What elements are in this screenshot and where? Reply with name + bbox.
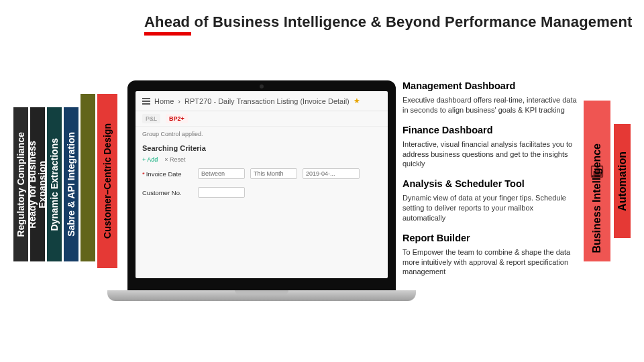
required-mark: * bbox=[142, 170, 145, 178]
criteria-heading: Searching Criteria bbox=[136, 141, 388, 155]
range-mode-select[interactable]: This Month bbox=[250, 168, 297, 179]
field-label: Customer No. bbox=[142, 189, 193, 196]
tab-pl[interactable]: P&L bbox=[142, 114, 160, 123]
laptop-mock: Home › RPT270 - Daily Transaction Listin… bbox=[127, 80, 396, 292]
para-an: Dynamic view of data at your finger tips… bbox=[402, 193, 577, 223]
heading-mgmt: Management Dashboard bbox=[402, 80, 577, 91]
add-criteria-link[interactable]: + Add bbox=[142, 156, 158, 163]
date-input[interactable]: 2019-04-... bbox=[303, 168, 360, 179]
heading-an: Analysis & Scheduler Tool bbox=[402, 178, 577, 189]
para-rb: To Empower the team to combine & shape t… bbox=[402, 247, 577, 278]
features-column: Management Dashboard Executive dashboard… bbox=[402, 80, 577, 277]
laptop-base bbox=[107, 290, 416, 301]
operator-select[interactable]: Between bbox=[198, 168, 245, 179]
vtab-dynamic: Dynamic Extractions bbox=[47, 107, 62, 261]
vtab-label: Regulatory Compliance bbox=[15, 132, 26, 237]
title-underline bbox=[144, 32, 191, 36]
vtab-ready: Ready for Business Expansion bbox=[30, 107, 45, 261]
vtab-label: Sabre & API Integration bbox=[66, 132, 76, 237]
vbar-label: Business Intelligence bbox=[591, 143, 603, 253]
vtab-label: Ready for Business Expansion bbox=[28, 141, 47, 229]
vbar-label: Automation bbox=[616, 152, 629, 211]
report-screen: Home › RPT270 - Daily Transaction Listin… bbox=[136, 91, 388, 278]
crumb-report[interactable]: RPT270 - Daily Transaction Listing (Invo… bbox=[184, 97, 350, 105]
reset-criteria-link[interactable]: × Reset bbox=[164, 156, 185, 163]
group-control-notice: Group Control applied. bbox=[136, 127, 388, 141]
page-title: Ahead of Business Intelligence & Beyond … bbox=[144, 13, 633, 31]
criteria-actions: + Add × Reset bbox=[136, 155, 388, 164]
heading-fin: Finance Dashboard bbox=[402, 125, 577, 135]
tab-bp2[interactable]: BP2+ bbox=[166, 114, 188, 123]
customer-input[interactable] bbox=[198, 187, 245, 198]
breadcrumb: Home › RPT270 - Daily Transaction Listin… bbox=[136, 91, 388, 111]
vtab-label: Customer–Centric Design bbox=[102, 123, 113, 239]
criteria-row-invoice: *Invoice Date Between This Month 2019-04… bbox=[136, 164, 388, 183]
star-icon[interactable]: ★ bbox=[354, 97, 360, 105]
vbar-bi: Business Intelligence bbox=[584, 101, 610, 261]
slide: Ahead of Business Intelligence & Beyond … bbox=[0, 0, 644, 362]
vtab-ccd: Customer–Centric Design bbox=[97, 94, 117, 268]
menu-icon[interactable] bbox=[142, 98, 150, 105]
criteria-row-customer: Customer No. bbox=[136, 183, 388, 202]
crumb-sep: › bbox=[178, 97, 180, 105]
crumb-home[interactable]: Home bbox=[154, 97, 174, 105]
vtab-placeholder bbox=[80, 94, 95, 261]
para-fin: Interactive, visual financial analysis f… bbox=[402, 139, 577, 170]
vtab-regulatory: Regulatory Compliance bbox=[13, 107, 28, 261]
field-label: *Invoice Date bbox=[142, 170, 193, 178]
para-mgmt: Executive dashboard offers real-time, in… bbox=[402, 95, 577, 115]
vtab-label: Dynamic Extractions bbox=[49, 138, 60, 231]
vbar-auto: Automation bbox=[614, 124, 631, 238]
vtab-sabre: Sabre & API Integration bbox=[64, 107, 78, 261]
report-tabs: P&L BP2+ bbox=[136, 111, 388, 127]
heading-rb: Report Builder bbox=[402, 233, 577, 243]
